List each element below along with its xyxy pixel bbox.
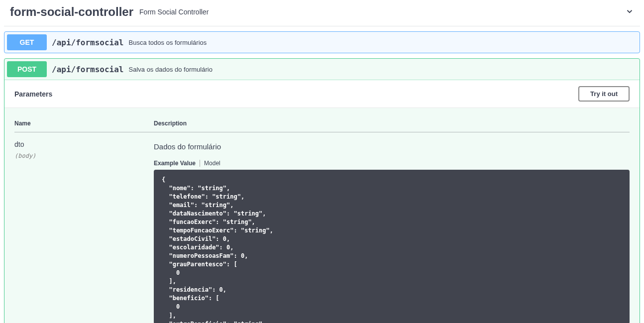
column-header-description: Description (154, 115, 630, 132)
operation-body: Parameters Try it out Name Description (4, 80, 640, 323)
operation-description: Busca todos os formulários (129, 39, 207, 46)
parameters-title: Parameters (14, 90, 52, 98)
method-badge-post: POST (7, 61, 47, 77)
operation-summary-get[interactable]: GET /api/formsocial Busca todos os formu… (4, 32, 640, 53)
operation-description: Salva os dados do formulário (129, 66, 213, 73)
operation-path: /api/formsocial (47, 38, 129, 47)
method-badge-get: GET (7, 34, 47, 50)
tag-header[interactable]: form-social-controller Form Social Contr… (4, 0, 640, 26)
operation-path: /api/formsocial (47, 65, 129, 74)
column-header-name: Name (14, 115, 154, 132)
tab-example-value[interactable]: Example Value (154, 160, 196, 167)
parameters-header: Parameters Try it out (4, 80, 640, 108)
parameter-name: dto (14, 140, 154, 148)
parameter-description: Dados do formulário (154, 142, 630, 151)
tag-description: Form Social Controller (139, 8, 625, 16)
example-value-code[interactable]: { "nome": "string", "telefone": "string"… (154, 170, 630, 323)
operation-summary-post[interactable]: POST /api/formsocial Salva os dados do f… (4, 59, 640, 80)
parameter-in: (body) (14, 152, 154, 159)
chevron-down-icon (625, 7, 634, 17)
tag-name: form-social-controller (10, 5, 133, 19)
tab-separator (200, 160, 200, 167)
operation-get: GET /api/formsocial Busca todos os formu… (4, 31, 640, 53)
model-tabs: Example Value Model (154, 160, 630, 167)
operation-post: POST /api/formsocial Salva os dados do f… (4, 58, 640, 323)
parameters-table: Name Description dto (body) Dados do for… (14, 115, 630, 323)
tab-model[interactable]: Model (204, 160, 220, 167)
try-it-out-button[interactable]: Try it out (578, 86, 630, 102)
table-row: dto (body) Dados do formulário Example V… (14, 132, 630, 323)
